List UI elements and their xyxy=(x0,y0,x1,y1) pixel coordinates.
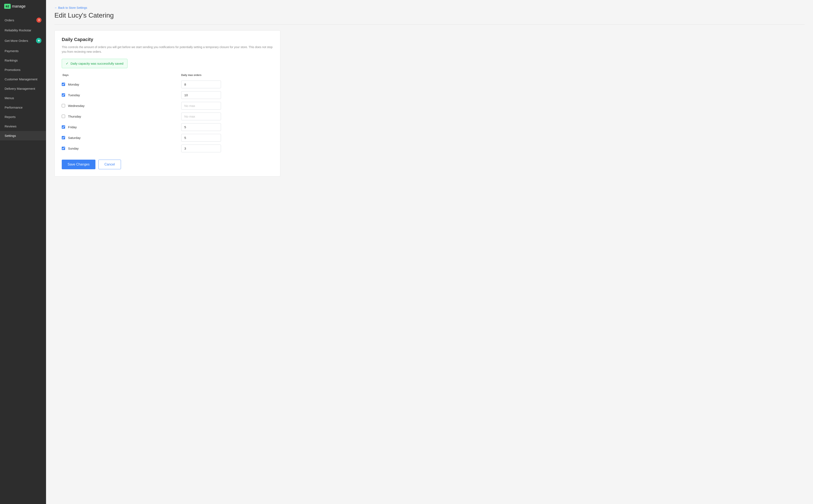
sidebar-item-label: Delivery Management xyxy=(5,87,41,90)
back-link[interactable]: ← Back to Store Settings xyxy=(54,6,87,9)
badge-orders: 3 xyxy=(36,18,41,23)
sidebar-item-reliability-rockstar[interactable]: Reliability Rockstar xyxy=(0,26,46,35)
logo-manage: manage xyxy=(12,4,26,9)
checkbox-thursday[interactable] xyxy=(62,115,65,118)
success-text: Daily capacity was successfully saved xyxy=(71,62,123,65)
daily-capacity-card: Daily Capacity This controls the amount … xyxy=(54,30,280,177)
sidebar-item-label: Customer Management xyxy=(5,77,41,81)
max-input-monday[interactable] xyxy=(181,81,221,88)
label-tuesday: Tuesday xyxy=(68,93,80,97)
table-row: Wednesday xyxy=(62,100,273,111)
max-input-friday[interactable] xyxy=(181,123,221,131)
sidebar-item-settings[interactable]: Settings xyxy=(0,131,46,140)
table-row: Saturday xyxy=(62,132,273,143)
col-max-orders: Daily max orders xyxy=(181,74,273,79)
checkbox-friday[interactable] xyxy=(62,125,65,129)
checkbox-monday[interactable] xyxy=(62,83,65,86)
sidebar-item-orders[interactable]: Orders3 xyxy=(0,15,46,26)
card-title: Daily Capacity xyxy=(62,37,273,42)
checkbox-sunday[interactable] xyxy=(62,147,65,150)
sidebar-item-get-more-orders[interactable]: Get More Orders★ xyxy=(0,35,46,46)
card-description: This controls the amount of orders you w… xyxy=(62,45,273,54)
sidebar-item-customer-management[interactable]: Customer Management xyxy=(0,74,46,84)
logo-ez: ez xyxy=(4,4,11,9)
cancel-button[interactable]: Cancel xyxy=(98,160,121,169)
sidebar-item-performance[interactable]: Performance xyxy=(0,103,46,112)
capacity-table: Days Daily max orders MondayTuesdayWedne… xyxy=(62,74,273,154)
sidebar-item-payments[interactable]: Payments xyxy=(0,46,46,56)
sidebar-item-promotions[interactable]: Promotions xyxy=(0,65,46,74)
label-sunday: Sunday xyxy=(68,147,79,150)
table-row: Monday xyxy=(62,79,273,90)
badge-get-more-orders: ★ xyxy=(36,38,41,43)
success-banner: ✓ Daily capacity was successfully saved xyxy=(62,59,127,68)
sidebar-item-label: Get More Orders xyxy=(5,39,36,42)
sidebar: ez manage Orders3Reliability RockstarGet… xyxy=(0,0,46,504)
sidebar-item-label: Orders xyxy=(5,18,36,22)
save-button[interactable]: Save Changes xyxy=(62,160,95,169)
label-friday: Friday xyxy=(68,125,77,129)
max-input-wednesday[interactable] xyxy=(181,102,221,110)
logo: ez manage xyxy=(0,0,46,13)
sidebar-item-delivery-management[interactable]: Delivery Management xyxy=(0,84,46,93)
table-row: Friday xyxy=(62,122,273,132)
table-row: Tuesday xyxy=(62,90,273,100)
sidebar-item-rankings[interactable]: Rankings xyxy=(0,56,46,65)
col-days: Days xyxy=(62,74,181,79)
label-monday: Monday xyxy=(68,83,79,86)
checkbox-saturday[interactable] xyxy=(62,136,65,139)
button-row: Save Changes Cancel xyxy=(62,160,273,169)
sidebar-item-reviews[interactable]: Reviews xyxy=(0,122,46,131)
max-input-saturday[interactable] xyxy=(181,134,221,142)
sidebar-item-label: Reviews xyxy=(5,124,41,128)
sidebar-item-reports[interactable]: Reports xyxy=(0,112,46,122)
sidebar-item-label: Promotions xyxy=(5,68,41,72)
page-title: Edit Lucy's Catering xyxy=(54,12,805,19)
checkbox-tuesday[interactable] xyxy=(62,93,65,97)
label-wednesday: Wednesday xyxy=(68,104,85,108)
sidebar-item-label: Payments xyxy=(5,49,41,53)
sidebar-nav: Orders3Reliability RockstarGet More Orde… xyxy=(0,13,46,140)
sidebar-item-label: Settings xyxy=(5,134,41,137)
sidebar-item-label: Reliability Rockstar xyxy=(5,28,41,32)
label-saturday: Saturday xyxy=(68,136,81,140)
sidebar-item-menus[interactable]: Menus xyxy=(0,93,46,103)
table-row: Thursday xyxy=(62,111,273,122)
label-thursday: Thursday xyxy=(68,115,81,118)
max-input-thursday[interactable] xyxy=(181,113,221,120)
checkbox-wednesday[interactable] xyxy=(62,104,65,107)
sidebar-item-label: Menus xyxy=(5,96,41,100)
max-input-sunday[interactable] xyxy=(181,145,221,152)
check-icon: ✓ xyxy=(66,62,68,65)
sidebar-item-label: Reports xyxy=(5,115,41,119)
sidebar-item-label: Performance xyxy=(5,106,41,109)
main-content: ← Back to Store Settings Edit Lucy's Cat… xyxy=(46,0,813,504)
sidebar-item-label: Rankings xyxy=(5,59,41,62)
max-input-tuesday[interactable] xyxy=(181,91,221,99)
table-row: Sunday xyxy=(62,143,273,154)
